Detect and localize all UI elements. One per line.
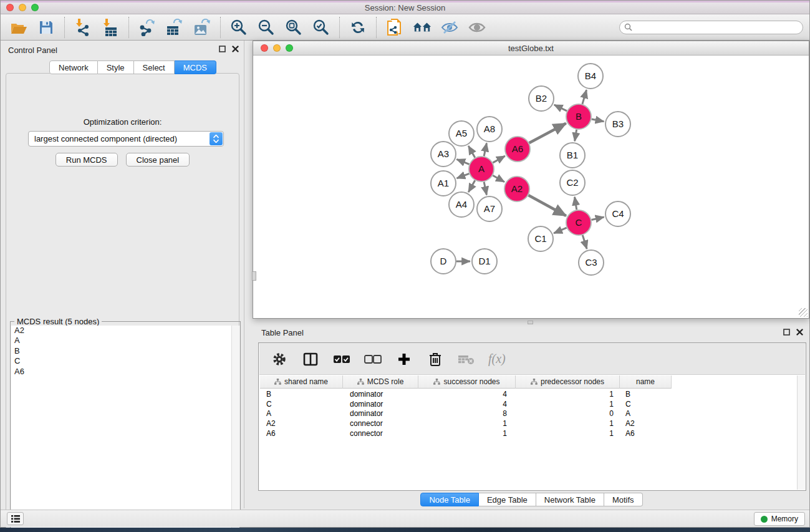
table-cell[interactable]: connector <box>343 429 418 438</box>
table-cell[interactable]: 0 <box>516 409 620 418</box>
home-levels-icon[interactable] <box>413 18 432 37</box>
tab-edge-table[interactable]: Edge Table <box>479 493 536 506</box>
select-all-icon[interactable] <box>332 350 351 369</box>
graph-edge-A-A6[interactable] <box>493 156 504 163</box>
close-panel-icon[interactable] <box>232 46 239 52</box>
criterion-select[interactable]: largest connected component (directed) <box>28 131 224 147</box>
graph-edge-B-B3[interactable] <box>592 119 604 122</box>
column-header-shared-name[interactable]: shared name <box>260 375 343 389</box>
search-input[interactable] <box>619 21 803 34</box>
graph-edge-C-C3[interactable] <box>582 235 587 249</box>
table-cell[interactable]: A2 <box>260 419 343 428</box>
result-list-item[interactable]: A2 <box>11 326 239 336</box>
graph-edge-C-C4[interactable] <box>591 217 604 220</box>
result-list-scrollbar[interactable] <box>231 326 239 531</box>
table-cell[interactable]: 1 <box>516 390 620 399</box>
table-row[interactable]: A6connector11A6 <box>260 428 672 438</box>
result-list-item[interactable]: B <box>11 346 239 356</box>
table-cell[interactable]: 1 <box>516 429 620 438</box>
table-cell[interactable]: B <box>260 390 343 399</box>
refresh-icon[interactable] <box>349 18 367 37</box>
result-list-item[interactable]: A <box>11 336 239 346</box>
graph-edge-A2-C[interactable] <box>528 195 566 216</box>
table-cell[interactable]: B <box>620 390 672 399</box>
column-header-mcds-role[interactable]: MCDS role <box>343 375 418 389</box>
graph-edge-B-B4[interactable] <box>582 90 587 104</box>
graph-edge-B-B2[interactable] <box>554 105 567 111</box>
table-cell[interactable]: 1 <box>418 419 516 428</box>
table-cell[interactable]: A <box>620 409 672 418</box>
table-row[interactable]: A2connector11A2 <box>260 418 672 428</box>
run-mcds-button[interactable]: Run MCDS <box>55 153 118 167</box>
delete-column-icon[interactable] <box>426 350 445 369</box>
table-row[interactable]: Adominator80A <box>260 409 672 418</box>
new-network-from-selection-icon[interactable] <box>385 18 404 37</box>
tab-motifs[interactable]: Motifs <box>604 493 643 506</box>
table-cell[interactable]: 1 <box>418 429 516 438</box>
table-cell[interactable]: A <box>260 409 343 418</box>
import-table-icon[interactable] <box>101 18 120 37</box>
zoom-in-icon[interactable] <box>229 18 248 37</box>
table-cell[interactable]: dominator <box>343 390 418 399</box>
tab-network[interactable]: Network <box>49 60 98 74</box>
table-cell[interactable]: A6 <box>260 429 343 438</box>
tab-node-table[interactable]: Node Table <box>420 493 479 506</box>
open-session-icon[interactable] <box>9 18 28 37</box>
result-list-item[interactable]: A6 <box>11 367 239 377</box>
graph-edge-A-A2[interactable] <box>493 175 504 181</box>
tab-select[interactable]: Select <box>134 60 175 74</box>
table-cell[interactable]: connector <box>343 419 418 428</box>
export-network-icon[interactable] <box>138 18 157 37</box>
birdseye-handle[interactable] <box>252 271 256 281</box>
memory-button[interactable]: Memory <box>754 512 805 526</box>
result-list-item[interactable]: C <box>11 356 239 366</box>
table-settings-icon[interactable] <box>270 350 289 369</box>
zoom-fit-icon[interactable] <box>284 18 303 37</box>
table-cell[interactable]: C <box>620 400 672 409</box>
table-row[interactable]: Bdominator41B <box>260 389 672 399</box>
column-view-icon[interactable] <box>301 350 320 369</box>
zoom-selected-icon[interactable] <box>312 18 330 37</box>
float-table-panel-icon[interactable] <box>783 329 790 336</box>
table-cell[interactable]: A6 <box>620 429 672 438</box>
task-history-button[interactable] <box>7 512 24 525</box>
tab-mcds[interactable]: MCDS <box>175 60 216 74</box>
tab-network-table[interactable]: Network Table <box>536 493 604 506</box>
table-row[interactable]: Cdominator41C <box>260 399 672 409</box>
add-column-icon[interactable] <box>395 350 413 369</box>
graph-edge-A-A7[interactable] <box>484 182 486 195</box>
close-panel-button[interactable]: Close panel <box>126 153 190 167</box>
network-window-titlebar[interactable]: testGlobe.txt <box>253 41 809 56</box>
graph-edge-A-A5[interactable] <box>468 146 475 158</box>
splitter-handle[interactable] <box>528 321 533 324</box>
table-scrollbar[interactable] <box>797 375 805 490</box>
table-cell[interactable]: dominator <box>343 400 418 409</box>
table-cell[interactable]: C <box>260 400 343 409</box>
column-header-name[interactable]: name <box>620 375 672 389</box>
graph-edge-C-C2[interactable] <box>575 197 577 210</box>
table-cell[interactable]: 1 <box>516 400 620 409</box>
tab-style[interactable]: Style <box>98 60 134 74</box>
deselect-all-icon[interactable] <box>364 350 382 369</box>
hide-graphics-icon[interactable] <box>440 18 459 37</box>
graph-edge-C-C1[interactable] <box>554 228 567 233</box>
mcds-result-list[interactable]: A2ABCA6 <box>11 326 239 531</box>
network-canvas[interactable]: AA1A2A3A4A5A6A7A8BB1B2B3B4CC1C2C3C4DD1 <box>254 56 808 317</box>
graph-edge-A6-B[interactable] <box>529 123 566 143</box>
graph-edge-A-A3[interactable] <box>456 159 469 164</box>
graph-edge-A-A8[interactable] <box>484 143 486 157</box>
table-cell[interactable]: 4 <box>418 400 516 409</box>
column-header-predecessor-nodes[interactable]: predecessor nodes <box>516 375 620 389</box>
window-resize-grip[interactable] <box>799 308 808 317</box>
close-table-panel-icon[interactable] <box>796 329 803 336</box>
table-cell[interactable]: 4 <box>418 390 516 399</box>
export-table-icon[interactable] <box>165 18 184 37</box>
graph-edge-B-B1[interactable] <box>575 130 577 142</box>
zoom-out-icon[interactable] <box>257 18 276 37</box>
table-cell[interactable]: 8 <box>418 409 516 418</box>
graph-edge-A-A4[interactable] <box>468 180 475 192</box>
export-image-icon[interactable] <box>193 18 211 37</box>
table-cell[interactable]: A2 <box>620 419 672 428</box>
table-cell[interactable]: dominator <box>343 409 418 418</box>
save-session-icon[interactable] <box>37 18 55 37</box>
